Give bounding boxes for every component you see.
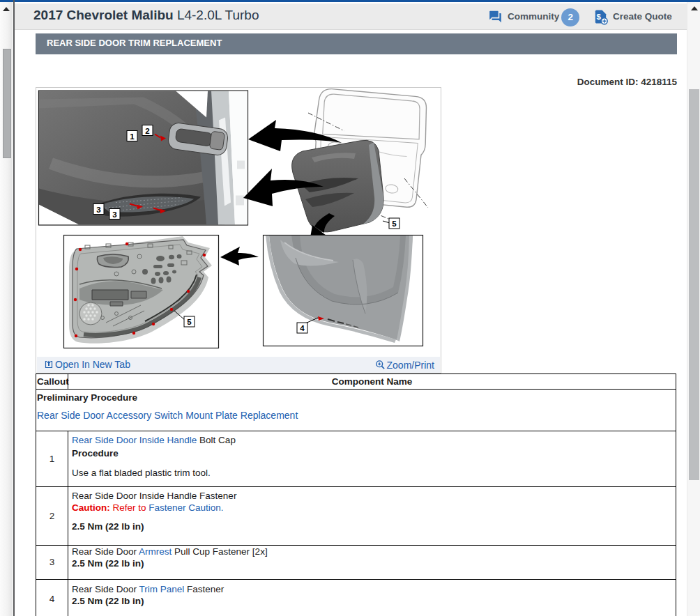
svg-text:$: $: [596, 12, 601, 20]
svg-text:1: 1: [130, 132, 135, 141]
svg-text:5: 5: [392, 220, 397, 228]
svg-text:5: 5: [187, 318, 192, 326]
svg-text:3: 3: [112, 210, 116, 219]
svg-text:4: 4: [300, 324, 305, 332]
svg-text:2: 2: [145, 127, 149, 135]
svg-text:3: 3: [96, 206, 100, 214]
